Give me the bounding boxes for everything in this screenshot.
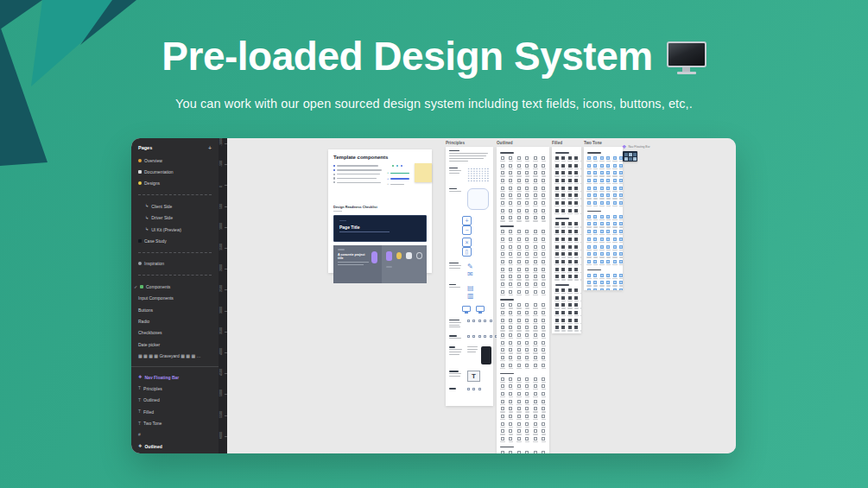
sidebar-section-divider [131, 366, 219, 367]
pages-panel-title: Pages [138, 145, 152, 150]
page-title-banner: Page Title [333, 215, 427, 242]
nav-floating-bar-thumbnail [623, 151, 637, 162]
sidebar-item-label: Driver Side [151, 215, 173, 220]
sidebar-divider [138, 252, 212, 253]
add-page-button[interactable]: + [208, 146, 212, 150]
ruler-tick: -500 [219, 164, 227, 173]
page-item-documentation[interactable]: Documentation [131, 166, 219, 177]
ruler-tick: 2500 [219, 289, 227, 298]
sidebar-item-label: Radio [138, 319, 149, 324]
layer-item-outlined[interactable]: ❖Outlined [131, 440, 219, 452]
filled-icons-artboard [552, 147, 581, 333]
layer-item-two-tone[interactable]: TTwo Tone [131, 417, 219, 428]
puzzle-green-icon [140, 285, 143, 289]
sidebar-item-label: Inspiration [144, 261, 164, 266]
sidebar-divider [138, 275, 212, 276]
text-icon: T [138, 421, 141, 426]
pages-list: OverviewDocumentationDesigns↳Client Side… [131, 155, 219, 362]
ruler-tick: 5000 [219, 394, 227, 402]
ruler-tick: 2000 [219, 269, 227, 277]
text-icon: T [138, 409, 141, 414]
ruler-tick: 4000 [219, 352, 227, 361]
sidebar-item-label: Input Components [138, 295, 174, 301]
page-item--graveyard-[interactable]: ▦ ▦ ▦ ▦ Graveyard ▦ ▦ ▦ … [131, 350, 219, 361]
layers-sidebar: Pages + OverviewDocumentationDesigns↳Cli… [131, 138, 219, 453]
banner-title: Page Title [339, 225, 421, 230]
ruler-tick: 1000 [219, 227, 227, 236]
component-diamond-icon: ❖ [622, 144, 626, 149]
page-item-radio[interactable]: Radio [131, 315, 219, 326]
principles-artboard-label: Principles [446, 141, 465, 145]
sidebar-item-label: UI Kit (Preview) [151, 227, 181, 232]
page-item-ui-kit-preview-[interactable]: ↳UI Kit (Preview) [131, 224, 219, 235]
doc-icon [138, 170, 142, 174]
page-item-inspiration[interactable]: Inspiration [131, 258, 219, 269]
text-icon: T [138, 386, 141, 390]
page-item-checkboxes[interactable]: Checkboxes [131, 327, 219, 339]
page-item-driver-side[interactable]: ↳Driver Side [131, 212, 219, 224]
outlined-artboard-label: Outlined [497, 141, 513, 145]
layer-item-principles[interactable]: TPrinciples [131, 383, 219, 394]
sticky-note [415, 163, 432, 182]
design-canvas[interactable]: Template components + + + [227, 138, 736, 453]
template-artboard-title: Template components [333, 155, 427, 160]
hero-section: Pre-loaded Design System You can work wi… [0, 0, 868, 111]
ruler-tick: 6000 [219, 436, 227, 445]
checklist-title: Design Readiness Checklist [333, 206, 427, 209]
layer-item-outlined[interactable]: TOutlined [131, 395, 219, 406]
ruler-tick: 0 [219, 185, 227, 193]
vertical-ruler: -1000-5000500100015002000250030003500400… [219, 138, 227, 453]
page-item-date-picker[interactable]: Date picker [131, 339, 219, 350]
dot-yellow-icon [138, 181, 142, 185]
ruler-tick: 4500 [219, 373, 227, 382]
layer-item-filled[interactable]: TFilled [131, 406, 219, 417]
ruler-tick: 5500 [219, 415, 227, 424]
page-subtitle: You can work with our open sourced desig… [0, 97, 868, 111]
outlined-icons-artboard [497, 147, 549, 453]
page-item-buttons[interactable]: Buttons [131, 304, 219, 315]
sidebar-item-label: Checkboxes [138, 330, 162, 335]
purple-pill-shape [371, 251, 377, 263]
project-card-template: A concrete project title [333, 245, 427, 283]
sidebar-item-label: Components [146, 284, 170, 289]
sidebar-item-label: Overview [144, 158, 162, 163]
action-links: + + + [387, 172, 409, 189]
page-item-components[interactable]: ✓Components [131, 281, 219, 292]
page-item-case-study[interactable]: Case Study [131, 235, 219, 246]
component-icons-row [386, 251, 422, 261]
two-tone-artboard-label: Two Tone [584, 141, 602, 145]
sidebar-item-label: Outlined [144, 444, 162, 449]
layer-item-nav-floating-bar[interactable]: ❖Nav Floating Bar [131, 371, 219, 383]
page-item-overview[interactable]: Overview [131, 155, 219, 166]
arrow-icon: ↳ [145, 204, 149, 208]
nav-floating-bar-label: Nav Floating Bar [628, 145, 649, 149]
ruler-tick: -1000 [219, 143, 227, 152]
status-dots [392, 165, 402, 167]
component-icon: ❖ [138, 375, 142, 379]
desktop-computer-icon [667, 41, 706, 75]
filled-icon-grid [552, 147, 581, 333]
sidebar-item-label: ▦ ▦ ▦ ▦ Graveyard ▦ ▦ ▦ … [138, 353, 201, 358]
project-card-title: A concrete project title [338, 253, 367, 260]
page-title: Pre-loaded Design System [162, 33, 652, 79]
dot-gray-icon [138, 262, 142, 265]
frame-icon: # [138, 433, 141, 437]
sidebar-item-label: Buttons [138, 307, 153, 313]
sidebar-item-label: Two Tone [143, 421, 162, 426]
sidebar-item-label: Case Study [144, 238, 167, 244]
arrow-icon: ↳ [145, 227, 149, 231]
ruler-tick: 3500 [219, 332, 227, 340]
layer-item-frame[interactable]: # [131, 429, 219, 440]
sidebar-item-label: Principles [143, 386, 162, 391]
page-item-designs[interactable]: Designs [131, 178, 219, 189]
ruler-tick: 500 [219, 206, 227, 215]
page-item-client-side[interactable]: ↳Client Side [131, 200, 219, 212]
nav-floating-bar-component: ❖ Nav Floating Bar [622, 144, 650, 149]
checklist-items [333, 165, 382, 186]
text-icon: T [138, 398, 141, 402]
page-item-input-components[interactable]: Input Components [131, 293, 219, 304]
sidebar-item-label: Designs [144, 181, 160, 186]
ruler-tick: 1500 [219, 248, 227, 257]
sidebar-item-label: Documentation [144, 169, 174, 174]
sidebar-divider [138, 194, 212, 195]
